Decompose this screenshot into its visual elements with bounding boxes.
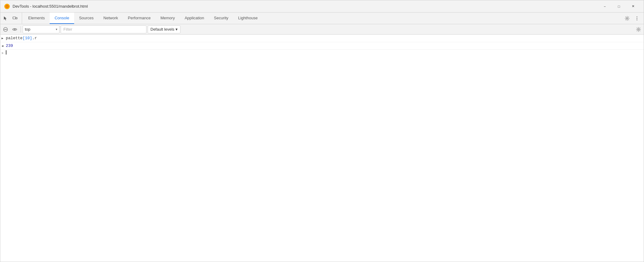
maximize-button[interactable]: □: [612, 2, 626, 11]
more-options-icon: [635, 16, 639, 21]
gear-icon: [625, 16, 630, 21]
default-levels-label: Default levels: [150, 27, 174, 32]
input-bracket: [10]: [23, 36, 32, 40]
show-live-expressions-button[interactable]: [11, 25, 19, 33]
tab-bar-right-controls: [620, 13, 644, 24]
cursor: [6, 50, 6, 55]
tab-application[interactable]: Application: [180, 13, 209, 24]
settings-gear-icon: [636, 27, 641, 32]
tab-elements[interactable]: Elements: [23, 13, 50, 24]
svg-point-2: [6, 6, 8, 7]
console-prompt-line[interactable]: >: [0, 50, 644, 56]
svg-point-5: [627, 17, 628, 19]
console-output[interactable]: ▶ palette[10].r ◀ 239 >: [0, 35, 644, 262]
title-bar: DevTools - localhost:5501/mandelbrot.htm…: [0, 0, 644, 13]
svg-point-12: [638, 28, 639, 30]
cursor-icon: [3, 16, 8, 21]
device-toolbar-button[interactable]: [11, 14, 19, 23]
context-selector[interactable]: top ▾: [23, 25, 59, 33]
console-settings-button[interactable]: [635, 25, 642, 33]
tab-lighthouse[interactable]: Lighthouse: [233, 13, 263, 24]
tab-performance[interactable]: Performance: [123, 13, 155, 24]
input-post-text: .r: [32, 36, 37, 40]
svg-point-6: [637, 16, 637, 17]
close-button[interactable]: ✕: [626, 2, 640, 11]
filter-input[interactable]: [61, 25, 146, 33]
console-entry-output: ◀ 239: [0, 42, 644, 50]
toolbar-separator-1: [21, 26, 21, 32]
tab-memory[interactable]: Memory: [156, 13, 180, 24]
minimize-button[interactable]: −: [598, 2, 612, 11]
eye-icon: [12, 27, 17, 32]
output-arrow: ◀: [2, 43, 6, 48]
prompt-arrow: >: [2, 50, 6, 56]
inspect-element-button[interactable]: [2, 14, 10, 23]
input-arrow: ▶: [2, 35, 6, 41]
clear-console-button[interactable]: [2, 25, 9, 33]
settings-button[interactable]: [623, 14, 631, 23]
main-tabs: Elements Console Sources Network Perform…: [22, 13, 620, 24]
svg-rect-4: [16, 17, 17, 19]
default-levels-arrow: ▾: [176, 27, 178, 32]
tab-security[interactable]: Security: [209, 13, 233, 24]
tab-bar-left-controls: [2, 13, 22, 24]
tab-console[interactable]: Console: [50, 13, 74, 24]
tab-sources[interactable]: Sources: [74, 13, 99, 24]
tab-bar: Elements Console Sources Network Perform…: [0, 13, 644, 24]
context-dropdown-arrow: ▾: [56, 28, 57, 31]
device-icon: [13, 16, 17, 21]
window-title: DevTools - localhost:5501/mandelbrot.htm…: [13, 4, 598, 9]
window-controls: − □ ✕: [598, 2, 640, 11]
more-options-button[interactable]: [633, 14, 641, 23]
input-pre-text: palette: [6, 36, 23, 40]
default-levels-button[interactable]: Default levels ▾: [148, 25, 180, 33]
context-value: top: [25, 27, 30, 32]
tab-network[interactable]: Network: [99, 13, 123, 24]
console-entry-input: ▶ palette[10].r: [0, 35, 644, 42]
clear-icon: [3, 27, 8, 32]
svg-rect-3: [13, 17, 16, 19]
svg-point-7: [637, 18, 637, 18]
devtools-icon: [4, 3, 10, 9]
output-value: 239: [6, 43, 13, 49]
svg-point-8: [637, 19, 637, 20]
svg-point-11: [14, 29, 15, 30]
console-toolbar: top ▾ Default levels ▾: [0, 24, 644, 35]
input-content: palette[10].r: [6, 35, 641, 41]
devtools-window: DevTools - localhost:5501/mandelbrot.htm…: [0, 0, 644, 262]
